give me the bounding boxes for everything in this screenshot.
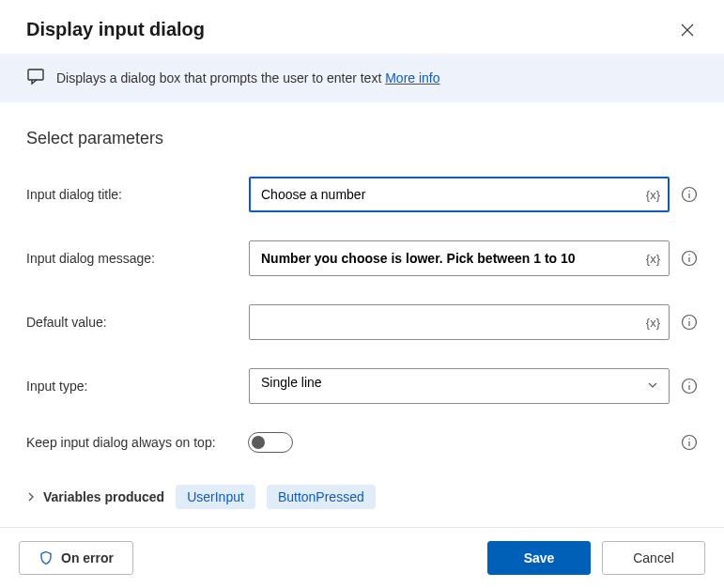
variables-produced-row: Variables produced UserInput ButtonPress…	[26, 485, 698, 509]
info-banner: Displays a dialog box that prompts the u…	[0, 54, 724, 102]
label-input-message: Input dialog message:	[26, 251, 238, 266]
select-input-type[interactable]: Single line	[249, 368, 670, 404]
label-keep-on-top: Keep input dialog always on top:	[26, 435, 248, 450]
input-dialog-message[interactable]	[249, 240, 670, 276]
shield-icon	[39, 550, 54, 565]
info-icon[interactable]	[681, 378, 698, 395]
row-input-message: Input dialog message: {x}	[26, 240, 698, 276]
section-title: Select parameters	[26, 129, 698, 148]
variables-expand[interactable]: Variables produced	[26, 489, 164, 504]
svg-point-14	[688, 382, 689, 383]
row-default-value: Default value: {x}	[26, 304, 698, 340]
dialog-content: Select parameters Input dialog title: {x…	[0, 102, 724, 527]
variable-picker-icon[interactable]: {x}	[646, 316, 660, 330]
input-dialog-title[interactable]	[249, 177, 670, 212]
chevron-right-icon	[26, 492, 36, 502]
variables-label: Variables produced	[43, 489, 164, 504]
svg-point-17	[688, 439, 689, 440]
close-icon	[681, 23, 694, 37]
row-keep-on-top: Keep input dialog always on top:	[26, 432, 698, 453]
dialog-footer: On error Save Cancel	[0, 527, 724, 588]
row-input-type: Input type: Single line	[26, 368, 698, 404]
variable-pill-buttonpressed[interactable]: ButtonPressed	[267, 485, 376, 509]
label-input-type: Input type:	[26, 379, 238, 394]
more-info-link[interactable]: More info	[385, 70, 439, 85]
cancel-button[interactable]: Cancel	[602, 541, 705, 575]
close-button[interactable]	[677, 20, 698, 40]
svg-rect-2	[28, 70, 43, 80]
svg-point-8	[688, 255, 689, 255]
save-button[interactable]: Save	[487, 541, 591, 575]
variable-picker-icon[interactable]: {x}	[646, 252, 660, 266]
input-default-value[interactable]	[249, 304, 670, 340]
row-input-title: Input dialog title: {x}	[26, 177, 698, 212]
label-default-value: Default value:	[26, 315, 238, 330]
toggle-keep-on-top[interactable]	[248, 432, 293, 453]
label-input-title: Input dialog title:	[26, 187, 238, 202]
dialog-header: Display input dialog	[0, 0, 724, 54]
banner-text: Displays a dialog box that prompts the u…	[56, 70, 440, 85]
variable-pill-userinput[interactable]: UserInput	[176, 485, 255, 509]
svg-point-11	[688, 318, 689, 319]
toggle-knob	[252, 436, 265, 449]
info-icon[interactable]	[681, 186, 698, 203]
dialog-title: Display input dialog	[26, 19, 205, 40]
svg-point-5	[688, 191, 689, 192]
on-error-button[interactable]: On error	[19, 541, 133, 575]
info-icon[interactable]	[681, 314, 698, 331]
info-icon[interactable]	[681, 250, 698, 267]
comment-icon	[26, 67, 45, 89]
variable-picker-icon[interactable]: {x}	[646, 188, 660, 202]
info-icon[interactable]	[681, 434, 698, 451]
